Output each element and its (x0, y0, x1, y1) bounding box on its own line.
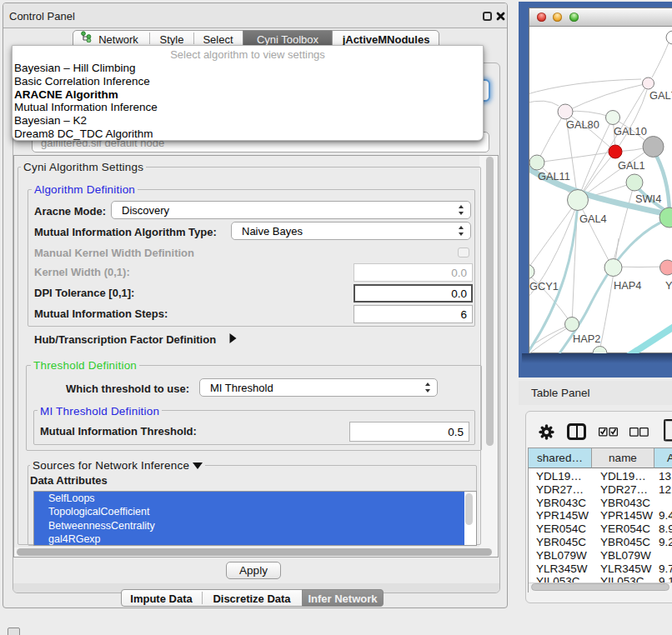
svg-text:GAL4: GAL4 (579, 212, 607, 225)
svg-text:GAL10: GAL10 (614, 125, 647, 138)
svg-text:GCY1: GCY1 (529, 280, 559, 292)
svg-text:GAL7: GAL7 (649, 89, 672, 102)
svg-text:GAL11: GAL11 (538, 170, 570, 182)
svg-text:HAP4: HAP4 (614, 279, 641, 292)
svg-text:HAP2: HAP2 (573, 332, 600, 345)
svg-text:Y: Y (665, 279, 672, 292)
svg-text:GAL1: GAL1 (618, 159, 645, 172)
svg-text:GAL80: GAL80 (566, 118, 599, 131)
svg-text:SWI4: SWI4 (635, 192, 661, 205)
